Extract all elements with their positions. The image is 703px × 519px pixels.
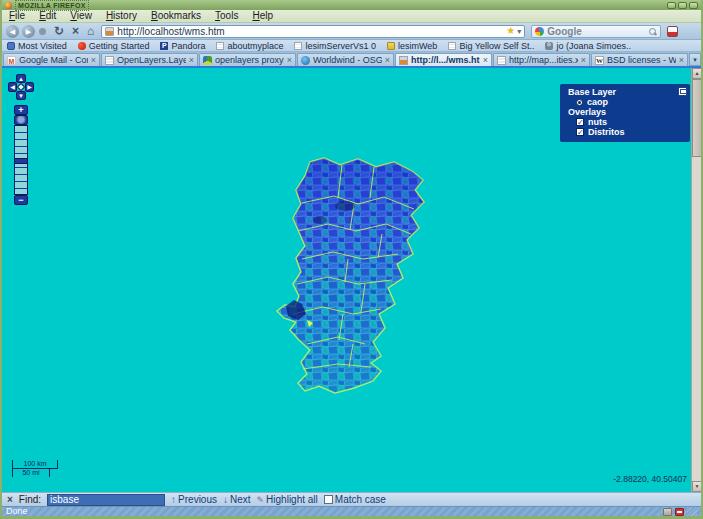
close-button[interactable] <box>689 2 698 9</box>
overlay-label-distritos: Distritos <box>588 127 625 137</box>
extension-icon-1[interactable] <box>663 508 672 516</box>
checkbox-nuts[interactable] <box>576 118 584 126</box>
tab-close-icon[interactable]: × <box>679 55 684 66</box>
tab-openlayers-proxy[interactable]: openlayers proxyho...× <box>199 53 296 66</box>
vertical-scrollbar[interactable]: ▲ ▼ <box>691 68 701 492</box>
search-box[interactable]: Google <box>531 25 661 38</box>
menu-help[interactable]: Help <box>245 10 280 22</box>
find-bar: × Find: isbase ↑ Previous ↓ Next ✎ Highl… <box>2 492 701 506</box>
pan-center-icon <box>17 83 25 91</box>
person-icon <box>545 42 553 50</box>
zoom-in-icon[interactable]: + <box>14 105 28 115</box>
tab-wms-active[interactable]: http://l.../wms.htm× <box>395 53 492 66</box>
find-input[interactable]: isbase <box>47 494 165 506</box>
panzoom-control: ▲ ◀ ▶ ▼ + − <box>8 74 34 205</box>
match-case-checkbox[interactable] <box>324 495 333 504</box>
page-icon <box>216 42 224 50</box>
tab-close-icon[interactable]: × <box>91 55 96 66</box>
stop-icon[interactable]: × <box>72 24 79 39</box>
search-icon[interactable] <box>648 27 657 36</box>
window-title: MOZILLA FIREFOX <box>15 0 89 11</box>
bookmark-most-visited[interactable]: Most Visited <box>7 41 67 51</box>
bookmark-lesimserver[interactable]: lesimServerVs1 0 <box>294 41 376 51</box>
forward-icon[interactable]: ▶ <box>22 25 35 38</box>
zoom-world-icon[interactable] <box>14 115 28 125</box>
scroll-down-icon[interactable]: ▼ <box>692 481 702 492</box>
find-close-icon[interactable]: × <box>7 494 13 506</box>
url-bar[interactable]: http://localhost/wms.htm ★ ▾ <box>101 25 525 38</box>
find-previous-button[interactable]: ↑ Previous <box>171 494 217 505</box>
highlighter-icon: ✎ <box>257 495 265 505</box>
zoom-out-icon[interactable]: − <box>14 195 28 205</box>
menu-bookmarks[interactable]: Bookmarks <box>144 10 208 22</box>
tab-close-icon[interactable]: × <box>189 55 194 66</box>
tab-map-xml[interactable]: http://map...ities.xml× <box>493 53 590 66</box>
bookmark-big-yellow[interactable]: Big Yellow Self St.. <box>448 41 534 51</box>
pan-right-icon[interactable]: ▶ <box>25 82 34 92</box>
page-icon <box>294 42 302 50</box>
pan-compass: ▲ ◀ ▶ ▼ <box>8 74 34 100</box>
base-layer-heading: Base Layer <box>568 87 690 97</box>
extension-icon-2[interactable] <box>675 508 684 516</box>
google-icon <box>535 27 544 36</box>
url-dropdown-icon[interactable]: ▾ <box>517 27 521 36</box>
minimize-panel-icon[interactable] <box>678 87 687 96</box>
addon-icon[interactable] <box>667 26 678 37</box>
tab-worldwind[interactable]: Worldwind - OSGeo ...× <box>297 53 394 66</box>
bookmark-lesimweb[interactable]: lesimWeb <box>387 41 437 51</box>
url-text: http://localhost/wms.htm <box>117 26 504 37</box>
menu-history[interactable]: History <box>99 10 144 22</box>
tab-close-icon[interactable]: × <box>581 55 586 66</box>
menu-tools[interactable]: Tools <box>208 10 245 22</box>
match-case-option[interactable]: Match case <box>324 494 386 505</box>
up-arrow-icon: ↑ <box>171 494 176 505</box>
menu-edit[interactable]: Edit <box>32 10 63 22</box>
pan-up-icon[interactable]: ▲ <box>16 74 26 83</box>
menu-view[interactable]: View <box>63 10 99 22</box>
pandora-icon <box>160 42 168 50</box>
checkbox-distritos[interactable] <box>576 128 584 136</box>
back-icon[interactable]: ◀ <box>6 25 19 38</box>
tab-gmail[interactable]: Google Mail - Comp...× <box>3 53 100 66</box>
tab-strip: Google Mail - Comp...× OpenLayers.Layer … <box>2 52 701 66</box>
bookmark-getting-started[interactable]: Getting Started <box>78 41 150 51</box>
find-next-button[interactable]: ↓ Next <box>223 494 251 505</box>
tab-list-dropdown-icon[interactable]: ▾ <box>689 53 701 66</box>
status-text: Done <box>6 507 28 516</box>
menu-file[interactable]: File <box>2 10 32 22</box>
layer-switcher-panel: Base Layer caop Overlays nuts Distritos <box>560 84 690 142</box>
menu-bar: File Edit View History Bookmarks Tools H… <box>2 10 701 23</box>
tab-bsd-licenses[interactable]: BSD licenses - Wiki...× <box>591 53 688 66</box>
zoom-slider-handle[interactable] <box>14 158 28 164</box>
pan-down-icon[interactable]: ▼ <box>16 91 26 100</box>
page-icon <box>105 56 114 65</box>
site-icon <box>399 56 408 65</box>
resize-grip[interactable] <box>687 507 697 516</box>
gmail-icon <box>7 56 16 65</box>
find-input-value: isbase <box>50 494 79 505</box>
bookmark-aboutmyplace[interactable]: aboutmyplace <box>216 41 283 51</box>
tab-close-icon[interactable]: × <box>483 55 488 66</box>
window-titlebar[interactable]: MOZILLA FIREFOX <box>2 0 701 10</box>
search-engine-label: Google <box>547 26 648 37</box>
zoom-slider-track[interactable] <box>14 125 28 195</box>
wikipedia-icon <box>595 56 604 65</box>
bookmark-pandora[interactable]: Pandora <box>160 41 205 51</box>
radio-caop[interactable] <box>576 99 583 106</box>
minimize-button[interactable] <box>667 2 676 9</box>
scrollbar-thumb[interactable] <box>692 79 702 157</box>
maximize-button[interactable] <box>678 2 687 9</box>
tab-close-icon[interactable]: × <box>385 55 390 66</box>
stop-dot-icon[interactable] <box>39 28 46 35</box>
page-icon <box>497 56 506 65</box>
tab-close-icon[interactable]: × <box>287 55 292 66</box>
bookmark-jo-joana[interactable]: jo (Joana Simoes.. <box>545 41 631 51</box>
reload-icon[interactable]: ↻ <box>54 24 64 39</box>
scroll-up-icon[interactable]: ▲ <box>692 68 702 79</box>
home-icon[interactable]: ⌂ <box>87 24 94 39</box>
pan-left-icon[interactable]: ◀ <box>8 82 17 92</box>
highlight-all-button[interactable]: ✎ Highlight all <box>257 494 318 505</box>
bookmark-star-icon[interactable]: ★ <box>506 25 515 37</box>
tab-openlayers-layer[interactable]: OpenLayers.Layer -...× <box>101 53 198 66</box>
map-viewport[interactable]: ▲ ◀ ▶ ▼ + − Base Layer caop <box>2 68 701 492</box>
